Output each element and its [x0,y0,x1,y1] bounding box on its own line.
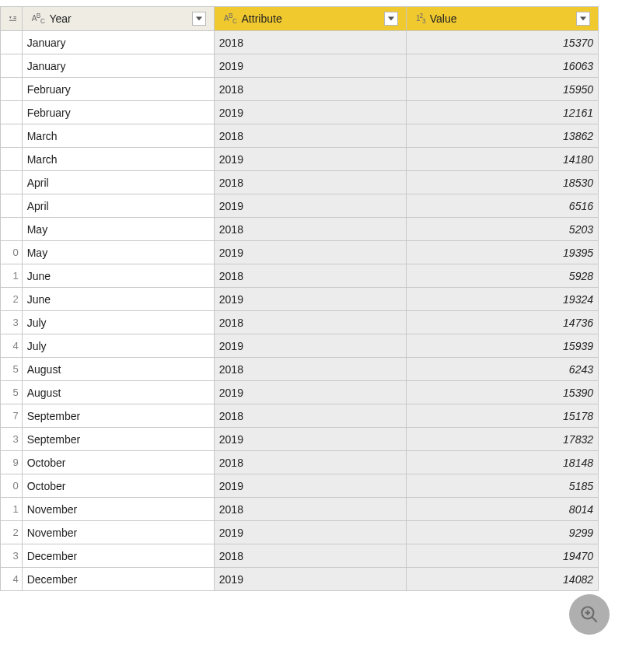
year-cell[interactable]: December [22,568,214,591]
year-cell[interactable]: January [22,31,214,54]
value-cell[interactable]: 14082 [406,568,598,591]
value-cell[interactable]: 18530 [406,171,598,194]
value-cell[interactable]: 5203 [406,218,598,241]
year-cell[interactable]: December [22,544,214,568]
filter-button[interactable] [192,12,206,26]
value-cell[interactable]: 19395 [406,241,598,264]
year-cell[interactable]: July [22,334,214,358]
attribute-cell[interactable]: 2019 [214,334,406,358]
year-cell[interactable]: September [22,404,214,428]
value-cell[interactable]: 16063 [406,54,598,78]
table-row[interactable]: 2June201919324 [1,288,599,311]
attribute-cell[interactable]: 2018 [214,31,406,54]
table-row[interactable]: 1November20188014 [1,498,599,521]
attribute-cell[interactable]: 2018 [214,404,406,428]
table-row[interactable]: April201818530 [1,171,599,194]
attribute-cell[interactable]: 2019 [214,288,406,311]
table-options-icon[interactable] [5,12,19,26]
year-cell[interactable]: July [22,311,214,334]
attribute-cell[interactable]: 2019 [214,521,406,544]
year-cell[interactable]: April [22,171,214,194]
attribute-cell[interactable]: 2018 [214,264,406,288]
value-cell[interactable]: 15939 [406,334,598,358]
value-cell[interactable]: 18148 [406,451,598,474]
attribute-cell[interactable]: 2019 [214,241,406,264]
value-cell[interactable]: 19324 [406,288,598,311]
attribute-cell[interactable]: 2018 [214,451,406,474]
table-row[interactable]: May20185203 [1,218,599,241]
table-row[interactable]: 5August20186243 [1,358,599,381]
attribute-cell[interactable]: 2019 [214,148,406,171]
year-cell[interactable]: October [22,451,214,474]
value-cell[interactable]: 8014 [406,498,598,521]
value-cell[interactable]: 19470 [406,544,598,568]
value-cell[interactable]: 15178 [406,404,598,428]
attribute-cell[interactable]: 2018 [214,171,406,194]
filter-button[interactable] [576,12,590,26]
table-row[interactable]: March201813862 [1,124,599,148]
year-cell[interactable]: November [22,521,214,544]
year-cell[interactable]: October [22,474,214,498]
value-cell[interactable]: 9299 [406,521,598,544]
year-cell[interactable]: February [22,101,214,124]
value-cell[interactable]: 13862 [406,124,598,148]
attribute-cell[interactable]: 2019 [214,568,406,591]
zoom-in-button[interactable] [569,594,610,635]
column-header-attribute[interactable]: ABC Attribute [214,7,406,31]
column-header-year[interactable]: ABC Year [22,7,214,31]
year-cell[interactable]: March [22,124,214,148]
attribute-cell[interactable]: 2018 [214,124,406,148]
table-row[interactable]: 9October201818148 [1,451,599,474]
year-cell[interactable]: August [22,358,214,381]
table-row[interactable]: 3December201819470 [1,544,599,568]
attribute-cell[interactable]: 2019 [214,101,406,124]
year-cell[interactable]: May [22,241,214,264]
table-row[interactable]: 0October20195185 [1,474,599,498]
table-row[interactable]: 0May201919395 [1,241,599,264]
value-cell[interactable]: 5185 [406,474,598,498]
value-cell[interactable]: 14180 [406,148,598,171]
value-cell[interactable]: 12161 [406,101,598,124]
attribute-cell[interactable]: 2018 [214,544,406,568]
attribute-cell[interactable]: 2019 [214,54,406,78]
value-cell[interactable]: 6243 [406,358,598,381]
attribute-cell[interactable]: 2019 [214,428,406,451]
year-cell[interactable]: November [22,498,214,521]
value-cell[interactable]: 14736 [406,311,598,334]
attribute-cell[interactable]: 2018 [214,218,406,241]
value-cell[interactable]: 5928 [406,264,598,288]
table-row[interactable]: 3September201917832 [1,428,599,451]
year-cell[interactable]: February [22,78,214,101]
column-header-value[interactable]: 123 Value [406,7,598,31]
year-cell[interactable]: April [22,194,214,218]
attribute-cell[interactable]: 2018 [214,78,406,101]
table-row[interactable]: 1June20185928 [1,264,599,288]
value-cell[interactable]: 17832 [406,428,598,451]
attribute-cell[interactable]: 2019 [214,194,406,218]
year-cell[interactable]: August [22,381,214,404]
value-cell[interactable]: 15390 [406,381,598,404]
year-cell[interactable]: January [22,54,214,78]
attribute-cell[interactable]: 2018 [214,498,406,521]
table-row[interactable]: March201914180 [1,148,599,171]
table-row[interactable]: January201916063 [1,54,599,78]
table-row[interactable]: 4December201914082 [1,568,599,591]
year-cell[interactable]: May [22,218,214,241]
attribute-cell[interactable]: 2019 [214,381,406,404]
value-cell[interactable]: 15370 [406,31,598,54]
filter-button[interactable] [384,12,398,26]
year-cell[interactable]: June [22,264,214,288]
value-cell[interactable]: 6516 [406,194,598,218]
table-row[interactable]: February201815950 [1,78,599,101]
row-number-header[interactable] [1,7,23,31]
table-row[interactable]: 7September201815178 [1,404,599,428]
table-row[interactable]: 2November20199299 [1,521,599,544]
year-cell[interactable]: June [22,288,214,311]
attribute-cell[interactable]: 2018 [214,358,406,381]
table-row[interactable]: 4July201915939 [1,334,599,358]
year-cell[interactable]: September [22,428,214,451]
table-row[interactable]: February201912161 [1,101,599,124]
value-cell[interactable]: 15950 [406,78,598,101]
attribute-cell[interactable]: 2018 [214,311,406,334]
table-row[interactable]: 3July201814736 [1,311,599,334]
